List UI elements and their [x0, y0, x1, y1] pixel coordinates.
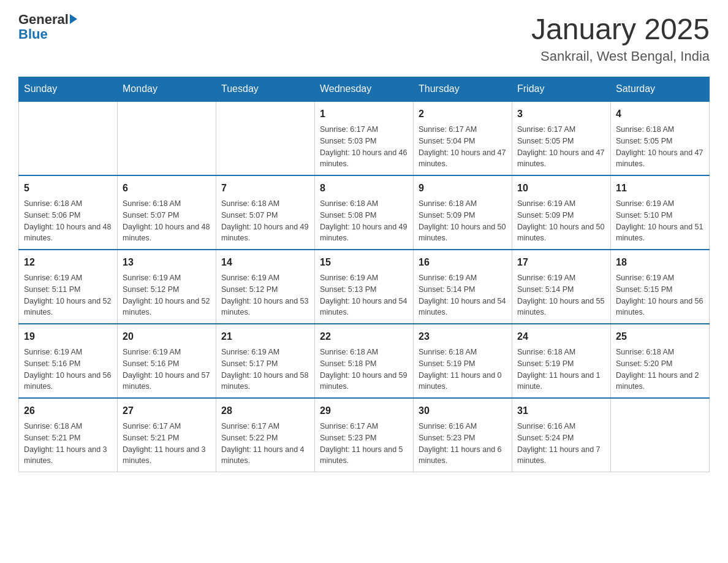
day-cell: 16Sunrise: 6:19 AMSunset: 5:14 PMDayligh…: [414, 250, 512, 324]
day-cell: 28Sunrise: 6:17 AMSunset: 5:22 PMDayligh…: [216, 398, 315, 472]
day-number: 8: [320, 181, 408, 196]
calendar-table: SundayMondayTuesdayWednesdayThursdayFrid…: [18, 77, 710, 472]
day-cell: 17Sunrise: 6:19 AMSunset: 5:14 PMDayligh…: [512, 250, 611, 324]
day-number: 30: [419, 404, 507, 418]
header-cell-wednesday: Wednesday: [315, 77, 414, 102]
day-cell: 8Sunrise: 6:18 AMSunset: 5:08 PMDaylight…: [315, 175, 414, 250]
day-cell: 26Sunrise: 6:18 AMSunset: 5:21 PMDayligh…: [19, 398, 118, 472]
day-number: 15: [320, 255, 408, 270]
day-cell: 23Sunrise: 6:18 AMSunset: 5:19 PMDayligh…: [414, 324, 512, 398]
day-info: Sunrise: 6:18 AMSunset: 5:18 PMDaylight:…: [320, 347, 408, 393]
day-info: Sunrise: 6:19 AMSunset: 5:14 PMDaylight:…: [517, 272, 605, 318]
day-info: Sunrise: 6:18 AMSunset: 5:21 PMDaylight:…: [24, 421, 112, 467]
day-info: Sunrise: 6:19 AMSunset: 5:09 PMDaylight:…: [517, 198, 605, 244]
day-cell: 9Sunrise: 6:18 AMSunset: 5:09 PMDaylight…: [414, 175, 512, 250]
day-info: Sunrise: 6:18 AMSunset: 5:20 PMDaylight:…: [616, 347, 704, 393]
day-number: 20: [123, 329, 211, 344]
day-cell: 27Sunrise: 6:17 AMSunset: 5:21 PMDayligh…: [118, 398, 216, 472]
day-cell: 25Sunrise: 6:18 AMSunset: 5:20 PMDayligh…: [611, 324, 710, 398]
day-number: 6: [123, 181, 211, 196]
day-number: 11: [616, 181, 704, 196]
day-info: Sunrise: 6:19 AMSunset: 5:10 PMDaylight:…: [616, 198, 704, 244]
day-number: 13: [123, 255, 211, 270]
header-cell-saturday: Saturday: [611, 77, 710, 102]
day-info: Sunrise: 6:18 AMSunset: 5:09 PMDaylight:…: [419, 198, 507, 244]
day-cell: 12Sunrise: 6:19 AMSunset: 5:11 PMDayligh…: [19, 250, 118, 324]
day-number: 7: [221, 181, 309, 196]
day-cell: [611, 398, 710, 472]
week-row-3: 12Sunrise: 6:19 AMSunset: 5:11 PMDayligh…: [19, 250, 710, 324]
day-number: 19: [24, 329, 112, 344]
day-cell: [216, 101, 315, 175]
day-number: 16: [419, 255, 507, 270]
day-cell: 3Sunrise: 6:17 AMSunset: 5:05 PMDaylight…: [512, 101, 611, 175]
logo: General Blue: [18, 12, 77, 42]
week-row-2: 5Sunrise: 6:18 AMSunset: 5:06 PMDaylight…: [19, 175, 710, 250]
day-info: Sunrise: 6:18 AMSunset: 5:07 PMDaylight:…: [123, 198, 211, 244]
day-cell: 7Sunrise: 6:18 AMSunset: 5:07 PMDaylight…: [216, 175, 315, 250]
day-info: Sunrise: 6:17 AMSunset: 5:05 PMDaylight:…: [517, 124, 605, 170]
day-number: 4: [616, 107, 704, 121]
day-number: 9: [419, 181, 507, 196]
day-info: Sunrise: 6:18 AMSunset: 5:19 PMDaylight:…: [419, 347, 507, 393]
day-number: 12: [24, 255, 112, 270]
header-cell-monday: Monday: [118, 77, 216, 102]
day-info: Sunrise: 6:19 AMSunset: 5:12 PMDaylight:…: [221, 272, 309, 318]
day-cell: [19, 101, 118, 175]
day-cell: 1Sunrise: 6:17 AMSunset: 5:03 PMDaylight…: [315, 101, 414, 175]
day-info: Sunrise: 6:17 AMSunset: 5:23 PMDaylight:…: [320, 421, 408, 467]
day-number: 10: [517, 181, 605, 196]
day-info: Sunrise: 6:16 AMSunset: 5:24 PMDaylight:…: [517, 421, 605, 467]
week-row-5: 26Sunrise: 6:18 AMSunset: 5:21 PMDayligh…: [19, 398, 710, 472]
day-number: 14: [221, 255, 309, 270]
logo-general: General: [18, 12, 69, 27]
day-number: 31: [517, 404, 605, 418]
week-row-1: 1Sunrise: 6:17 AMSunset: 5:03 PMDaylight…: [19, 101, 710, 175]
header-row: SundayMondayTuesdayWednesdayThursdayFrid…: [19, 77, 710, 102]
logo-arrow-icon: [70, 14, 77, 24]
day-info: Sunrise: 6:18 AMSunset: 5:06 PMDaylight:…: [24, 198, 112, 244]
day-number: 17: [517, 255, 605, 270]
day-number: 21: [221, 329, 309, 344]
day-cell: 11Sunrise: 6:19 AMSunset: 5:10 PMDayligh…: [611, 175, 710, 250]
day-number: 18: [616, 255, 704, 270]
day-cell: 29Sunrise: 6:17 AMSunset: 5:23 PMDayligh…: [315, 398, 414, 472]
day-number: 29: [320, 404, 408, 418]
day-number: 3: [517, 107, 605, 121]
calendar-header: SundayMondayTuesdayWednesdayThursdayFrid…: [19, 77, 710, 102]
day-number: 26: [24, 404, 112, 418]
day-cell: 31Sunrise: 6:16 AMSunset: 5:24 PMDayligh…: [512, 398, 611, 472]
day-cell: 10Sunrise: 6:19 AMSunset: 5:09 PMDayligh…: [512, 175, 611, 250]
calendar-title: January 2025: [531, 12, 710, 46]
day-info: Sunrise: 6:19 AMSunset: 5:17 PMDaylight:…: [221, 347, 309, 393]
day-info: Sunrise: 6:17 AMSunset: 5:21 PMDaylight:…: [123, 421, 211, 467]
day-info: Sunrise: 6:18 AMSunset: 5:07 PMDaylight:…: [221, 198, 309, 244]
day-number: 22: [320, 329, 408, 344]
day-info: Sunrise: 6:17 AMSunset: 5:04 PMDaylight:…: [419, 124, 507, 170]
title-section: January 2025 Sankrail, West Bengal, Indi…: [531, 12, 710, 64]
week-row-4: 19Sunrise: 6:19 AMSunset: 5:16 PMDayligh…: [19, 324, 710, 398]
day-cell: 24Sunrise: 6:18 AMSunset: 5:19 PMDayligh…: [512, 324, 611, 398]
calendar-body: 1Sunrise: 6:17 AMSunset: 5:03 PMDaylight…: [19, 101, 710, 472]
day-cell: 13Sunrise: 6:19 AMSunset: 5:12 PMDayligh…: [118, 250, 216, 324]
header-cell-tuesday: Tuesday: [216, 77, 315, 102]
day-info: Sunrise: 6:19 AMSunset: 5:12 PMDaylight:…: [123, 272, 211, 318]
day-info: Sunrise: 6:19 AMSunset: 5:16 PMDaylight:…: [24, 347, 112, 393]
day-info: Sunrise: 6:19 AMSunset: 5:11 PMDaylight:…: [24, 272, 112, 318]
day-cell: 18Sunrise: 6:19 AMSunset: 5:15 PMDayligh…: [611, 250, 710, 324]
day-info: Sunrise: 6:19 AMSunset: 5:14 PMDaylight:…: [419, 272, 507, 318]
day-info: Sunrise: 6:17 AMSunset: 5:03 PMDaylight:…: [320, 124, 408, 170]
day-info: Sunrise: 6:18 AMSunset: 5:05 PMDaylight:…: [616, 124, 704, 170]
day-cell: 2Sunrise: 6:17 AMSunset: 5:04 PMDaylight…: [414, 101, 512, 175]
day-cell: 20Sunrise: 6:19 AMSunset: 5:16 PMDayligh…: [118, 324, 216, 398]
day-cell: 21Sunrise: 6:19 AMSunset: 5:17 PMDayligh…: [216, 324, 315, 398]
page-header: General Blue January 2025 Sankrail, West…: [18, 12, 710, 64]
day-number: 27: [123, 404, 211, 418]
day-cell: 6Sunrise: 6:18 AMSunset: 5:07 PMDaylight…: [118, 175, 216, 250]
day-cell: 15Sunrise: 6:19 AMSunset: 5:13 PMDayligh…: [315, 250, 414, 324]
day-number: 24: [517, 329, 605, 344]
day-cell: [118, 101, 216, 175]
day-cell: 30Sunrise: 6:16 AMSunset: 5:23 PMDayligh…: [414, 398, 512, 472]
day-info: Sunrise: 6:17 AMSunset: 5:22 PMDaylight:…: [221, 421, 309, 467]
day-info: Sunrise: 6:19 AMSunset: 5:15 PMDaylight:…: [616, 272, 704, 318]
